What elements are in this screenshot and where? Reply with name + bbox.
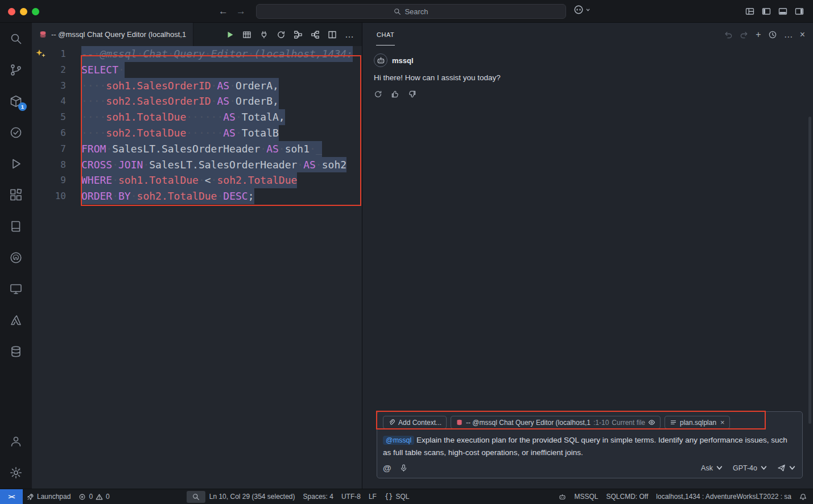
workbench: 1 xyxy=(0,23,813,489)
sqlcmd-item[interactable]: SQLCMD: Off xyxy=(602,489,653,504)
notebook-view-icon[interactable] xyxy=(9,220,23,233)
new-chat-icon[interactable]: + xyxy=(756,30,761,39)
source-control-icon[interactable] xyxy=(9,63,23,77)
code-line[interactable]: 5····soh1.TotalDue······AS·TotalA, xyxy=(32,109,362,125)
toggle-secondary-sidebar-icon[interactable] xyxy=(795,7,804,16)
remote-explorer-view-icon[interactable] xyxy=(9,282,23,296)
regenerate-icon[interactable] xyxy=(374,90,382,98)
change-connection-icon[interactable] xyxy=(276,30,286,39)
connection-item[interactable]: localhost,1434 : AdventureWorksLT2022 : … xyxy=(652,489,795,504)
notifications-bell-icon[interactable] xyxy=(795,489,811,504)
mode-dropdown[interactable]: Ask xyxy=(701,464,724,472)
chat-scrollbar[interactable] xyxy=(808,117,811,424)
redo-icon[interactable] xyxy=(740,30,749,39)
chat-more-icon[interactable]: … xyxy=(784,30,793,39)
actual-plan-icon[interactable] xyxy=(311,30,320,39)
task-check-view-icon[interactable] xyxy=(9,126,23,139)
results-grid-icon[interactable] xyxy=(242,30,251,39)
window-controls xyxy=(8,8,39,15)
toggle-panel-icon[interactable] xyxy=(778,7,787,16)
code-line[interactable]: 1--·@mssql·Chat·Query·Editor·(localhost,… xyxy=(32,46,362,62)
line-number: 9 xyxy=(32,172,81,188)
remove-chip-icon[interactable]: × xyxy=(720,418,725,427)
extensions-view-icon[interactable] xyxy=(9,188,23,202)
context-row: Add Context... -- @mssql Chat Query Edit… xyxy=(383,416,797,429)
code-line[interactable]: 4····soh2.SalesOrderID·AS·OrderB, xyxy=(32,93,362,109)
add-context-chip[interactable]: Add Context... xyxy=(383,416,447,429)
code-editor[interactable]: 1--·@mssql·Chat·Query·Editor·(localhost,… xyxy=(32,46,362,489)
launchpad-item[interactable]: Launchpad xyxy=(23,489,75,504)
settings-gear-icon[interactable] xyxy=(9,466,23,480)
azure-view-icon[interactable] xyxy=(9,313,23,327)
nav-back-button[interactable]: ← xyxy=(218,6,228,17)
run-debug-view-icon[interactable] xyxy=(9,157,23,171)
file-chip-badge: Current file xyxy=(612,419,645,427)
current-file-chip[interactable]: -- @mssql Chat Query Editor (localhost,1… xyxy=(451,416,661,429)
thumbs-down-icon[interactable] xyxy=(408,90,416,98)
problems-item[interactable]: 0 0 xyxy=(75,489,113,504)
warning-count: 0 xyxy=(106,493,110,501)
editor-tabbar: -- @mssql Chat Query Editor (localhost,1 xyxy=(32,23,362,46)
account-icon[interactable] xyxy=(9,435,23,448)
references-view-icon[interactable]: 1 xyxy=(9,94,23,108)
mention-chip[interactable]: @mssql xyxy=(383,436,414,445)
language-mode-item[interactable]: {} SQL xyxy=(381,489,413,504)
plan-file-chip[interactable]: plan.sqlplan × xyxy=(665,416,730,429)
send-icon xyxy=(777,464,786,472)
chat-input-text[interactable]: @mssql Explain the execution plan for th… xyxy=(383,434,797,458)
chevron-down-icon xyxy=(760,464,768,472)
code-line[interactable]: 10ORDER·BY·soh2.TotalDue·DESC; xyxy=(32,188,362,204)
more-actions-icon[interactable]: … xyxy=(345,30,354,39)
code-line[interactable]: 7FROM·SalesLT.SalesOrderHeader·AS·soh1·_ xyxy=(32,141,362,157)
thumbs-up-icon[interactable] xyxy=(391,90,399,98)
chat-panel-title[interactable]: CHAT xyxy=(376,31,395,38)
indentation-item[interactable]: Spaces: 4 xyxy=(299,489,337,504)
send-button[interactable] xyxy=(777,464,797,472)
estimated-plan-icon[interactable] xyxy=(294,30,303,39)
code-line[interactable]: 9WHERE·soh1.TotalDue·<·soh2.TotalDue xyxy=(32,172,362,188)
github-view-icon[interactable] xyxy=(9,251,23,265)
file-chip-label: -- @mssql Chat Query Editor (localhost,1 xyxy=(466,419,591,427)
code-line[interactable]: 6····soh2.TotalDue······AS·TotalB xyxy=(32,125,362,141)
minimize-window-button[interactable] xyxy=(20,8,27,15)
close-window-button[interactable] xyxy=(8,8,15,15)
eol-item[interactable]: LF xyxy=(365,489,381,504)
copilot-icon xyxy=(573,5,584,15)
error-count: 0 xyxy=(89,493,93,501)
code-lines: 1--·@mssql·Chat·Query·Editor·(localhost,… xyxy=(32,46,362,204)
copilot-menu-button[interactable] xyxy=(573,5,591,15)
mention-context-icon[interactable]: @ xyxy=(383,463,391,473)
zoom-indicator[interactable] xyxy=(187,491,205,503)
cursor-position-item[interactable]: Ln 10, Col 29 (354 selected) xyxy=(205,489,299,504)
remote-indicator[interactable]: >< xyxy=(0,489,23,504)
chat-input-box[interactable]: Add Context... -- @mssql Chat Query Edit… xyxy=(377,411,803,478)
toggle-sidebar-icon[interactable] xyxy=(762,7,771,16)
nav-forward-button[interactable]: → xyxy=(236,6,246,17)
chat-close-icon[interactable]: × xyxy=(800,30,805,39)
copilot-status-item[interactable] xyxy=(555,489,570,504)
model-dropdown[interactable]: GPT-4o xyxy=(733,464,768,472)
code-line[interactable]: 2SELECT· xyxy=(32,62,362,78)
rocket-icon xyxy=(27,493,34,501)
launchpad-label: Launchpad xyxy=(37,493,71,501)
mssql-item[interactable]: MSSQL xyxy=(570,489,602,504)
search-view-icon[interactable] xyxy=(9,32,23,46)
run-query-icon[interactable] xyxy=(225,30,234,39)
undo-icon[interactable] xyxy=(724,30,733,39)
chat-history-icon[interactable] xyxy=(768,30,777,39)
mic-icon[interactable] xyxy=(399,464,408,472)
code-line[interactable]: 3····soh1.SalesOrderID·AS·OrderA, xyxy=(32,78,362,94)
code-line[interactable]: 8CROSS·JOIN·SalesLT.SalesOrderHeader·AS·… xyxy=(32,157,362,173)
command-center-search[interactable]: Search xyxy=(256,4,566,19)
chevron-down-icon xyxy=(585,7,591,13)
database-view-icon[interactable] xyxy=(9,345,23,358)
disconnect-plug-icon[interactable] xyxy=(259,30,269,39)
split-editor-icon[interactable] xyxy=(328,30,337,39)
eye-icon[interactable] xyxy=(648,419,655,426)
editor-tab[interactable]: -- @mssql Chat Query Editor (localhost,1 xyxy=(32,23,193,46)
status-bar: >< Launchpad 0 0 Ln 10, Col 29 (354 sele… xyxy=(0,489,813,504)
maximize-window-button[interactable] xyxy=(32,8,39,15)
encoding-item[interactable]: UTF-8 xyxy=(337,489,365,504)
file-chip-range: :1-10 xyxy=(593,419,609,427)
customize-layout-icon[interactable] xyxy=(745,7,754,16)
